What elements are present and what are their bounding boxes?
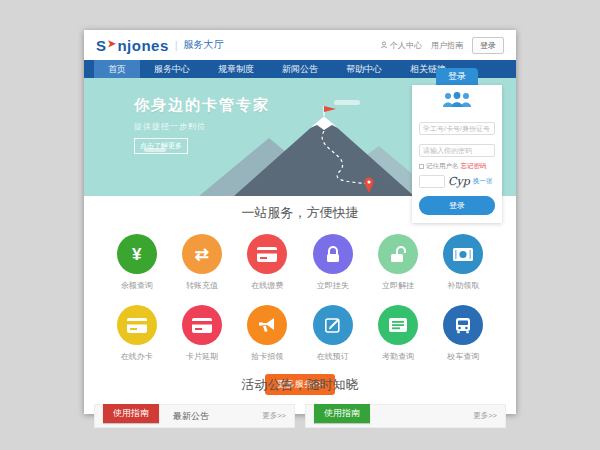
service-item-balance[interactable]: ¥ 余额查询 [104, 234, 169, 291]
attendance-list-icon [378, 305, 418, 345]
service-item-school-bus[interactable]: 校车查询 [431, 305, 496, 362]
page: S➤njones | 服务大厅 个人中心 用户指南 登录 首页 服务中心 规章制… [84, 30, 516, 414]
remember-checkbox[interactable] [419, 164, 424, 169]
logo-text: S [96, 37, 107, 54]
nav-item-service-center[interactable]: 服务中心 [140, 60, 204, 78]
announcements-right-panel: 使用指南 更多>> [305, 404, 506, 428]
service-item-report-loss[interactable]: 立即挂失 [300, 234, 365, 291]
captcha-input[interactable] [419, 175, 445, 188]
banknote-icon [443, 234, 483, 274]
nav-item-news[interactable]: 新闻公告 [268, 60, 332, 78]
service-item-attendance[interactable]: 考勤查询 [365, 305, 430, 362]
bank-card-icon [247, 234, 287, 274]
nav-item-help[interactable]: 帮助中心 [332, 60, 396, 78]
forgot-password-link[interactable]: 忘记密码 [461, 162, 487, 171]
logo-arrow-icon: ➤ [108, 38, 117, 49]
logo-text-rest: njones [117, 37, 168, 54]
nav-item-home[interactable]: 首页 [94, 60, 140, 78]
announcements-section: 活动公告，随时知晓 使用指南 最新公告 更多>> 使用指南 更多>> [84, 366, 516, 428]
captcha-image[interactable]: Cyp [448, 175, 470, 188]
megaphone-icon [247, 305, 287, 345]
service-item-booking[interactable]: 在线预订 [300, 305, 365, 362]
hero-banner: 你身边的卡管专家 提供捷径一步到位 点击了解更多 登录 [84, 78, 516, 196]
synjones-logo: S➤njones [96, 37, 169, 54]
edit-icon [313, 305, 353, 345]
top-login-button[interactable]: 登录 [472, 37, 504, 54]
latest-announcements-tab[interactable]: 最新公告 [173, 410, 209, 423]
right-more-link[interactable]: 更多>> [473, 411, 497, 421]
hero-cta-button[interactable]: 点击了解更多 [134, 138, 188, 154]
yen-icon: ¥ [117, 234, 157, 274]
login-tab[interactable]: 登录 [436, 68, 478, 85]
remember-label: 记住用户名 [426, 162, 459, 171]
bank-card-icon [182, 305, 222, 345]
service-item-apply-card[interactable]: 在线办卡 [104, 305, 169, 362]
logo-divider: | [175, 39, 178, 51]
service-item-unlock[interactable]: 立即解挂 [365, 234, 430, 291]
person-icon [380, 41, 388, 49]
right-ribbon-tab[interactable]: 使用指南 [314, 404, 370, 423]
service-item-subsidy[interactable]: 补助领取 [431, 234, 496, 291]
announcements-left-panel: 使用指南 最新公告 更多>> [94, 404, 295, 428]
service-item-card-renewal[interactable]: 卡片延期 [169, 305, 234, 362]
service-item-transfer[interactable]: ⇄ 转账充值 [169, 234, 234, 291]
transfer-arrows-icon: ⇄ [182, 234, 222, 274]
left-ribbon-tab[interactable]: 使用指南 [103, 404, 159, 423]
password-input[interactable] [419, 144, 495, 157]
lock-icon [313, 234, 353, 274]
announcements-title: 活动公告，随时知晓 [84, 376, 516, 394]
left-more-link[interactable]: 更多>> [262, 411, 286, 421]
service-item-found-card[interactable]: 拾卡招领 [235, 305, 300, 362]
captcha-refresh-link[interactable]: 换一张 [473, 177, 493, 186]
username-input[interactable] [419, 122, 495, 135]
unlock-icon [378, 234, 418, 274]
site-name: 服务大厅 [184, 38, 224, 52]
nav-item-rules[interactable]: 规章制度 [204, 60, 268, 78]
login-panel: 登录 记住用户名 忘记密码 Cyp [412, 68, 502, 223]
user-guide-link[interactable]: 用户指南 [431, 40, 463, 51]
users-group-icon [419, 92, 495, 112]
personal-center-link[interactable]: 个人中心 [380, 40, 422, 51]
mountain-illustration [189, 104, 439, 196]
bus-icon [443, 305, 483, 345]
bank-card-icon [117, 305, 157, 345]
top-bar: S➤njones | 服务大厅 个人中心 用户指南 登录 [84, 30, 516, 60]
service-item-pay[interactable]: 在线缴费 [235, 234, 300, 291]
login-submit-button[interactable]: 登录 [419, 196, 495, 215]
